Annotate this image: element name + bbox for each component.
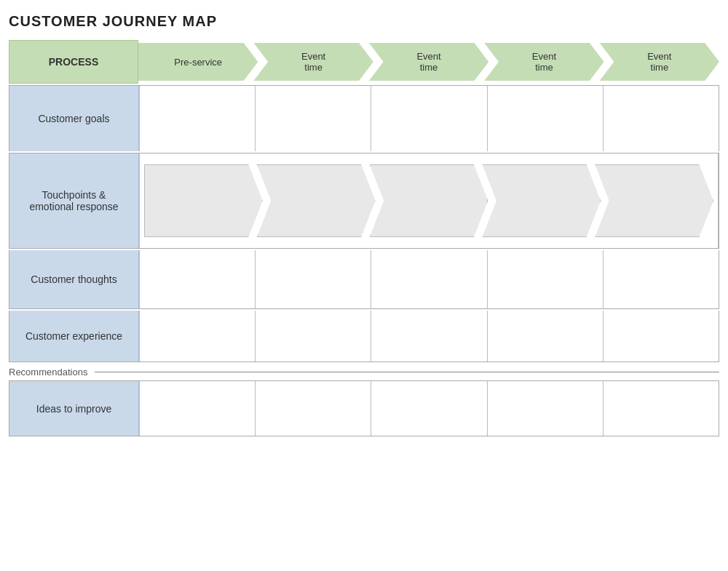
arrow-step-2: Event time [369,43,488,81]
goals-cell-2[interactable] [255,86,371,151]
ideas-cell-1[interactable] [139,381,255,436]
arrow-step-4: Event time [600,43,719,81]
tp-arrow-3 [370,164,488,237]
ideas-cells [139,381,719,436]
recommendations-line [95,372,719,372]
ideas-cell-4[interactable] [487,381,603,436]
tp-arrow-2 [257,164,376,237]
goals-cell-5[interactable] [603,86,719,151]
goals-cell-3[interactable] [371,86,486,151]
exp-cell-5[interactable] [603,311,719,362]
customer-experience-label: Customer experience [9,311,139,362]
exp-cell-2[interactable] [255,311,371,362]
customer-experience-row: Customer experience [9,311,719,362]
process-arrows: Pre-service Event time Event time Event … [138,40,719,84]
ideas-cell-2[interactable] [255,381,371,436]
touchpoints-row: Touchpoints & emotional response [9,153,719,249]
tp-arrow-5 [595,164,713,237]
thoughts-cell-3[interactable] [371,250,486,308]
customer-thoughts-cells [139,250,719,308]
thoughts-cell-4[interactable] [487,250,603,308]
customer-goals-row: Customer goals [9,85,719,151]
customer-thoughts-row: Customer thoughts [9,250,719,309]
exp-cell-3[interactable] [371,311,486,362]
touchpoints-arrows [139,153,719,248]
customer-goals-cells [139,86,719,151]
thoughts-cell-1[interactable] [139,250,255,308]
recommendations-label: Recommendations [9,367,95,378]
touchpoints-label: Touchpoints & emotional response [9,153,139,248]
exp-cell-4[interactable] [487,311,603,362]
customer-thoughts-label: Customer thoughts [9,250,139,308]
recommendations-row: Recommendations [9,362,719,380]
process-row: PROCESS Pre-service Event time Event tim… [9,40,719,84]
ideas-cell-3[interactable] [371,381,486,436]
arrow-step-3: Event time [484,43,604,81]
ideas-row: Ideas to improve [9,380,719,436]
arrow-step-0: Pre-service [138,43,258,81]
page-title: CUSTOMER JOURNEY MAP [9,13,719,30]
exp-cell-1[interactable] [139,311,255,362]
arrow-step-1: Event time [253,43,373,81]
process-label: PROCESS [9,40,138,84]
ideas-cell-5[interactable] [603,381,719,436]
goals-cell-1[interactable] [139,86,255,151]
tp-arrow-1 [144,164,263,237]
tp-arrow-4 [482,164,601,237]
customer-goals-label: Customer goals [9,86,139,151]
customer-experience-cells [139,311,719,362]
ideas-to-improve-label: Ideas to improve [9,381,139,436]
goals-cell-4[interactable] [487,86,603,151]
thoughts-cell-5[interactable] [603,250,719,308]
thoughts-cell-2[interactable] [255,250,371,308]
